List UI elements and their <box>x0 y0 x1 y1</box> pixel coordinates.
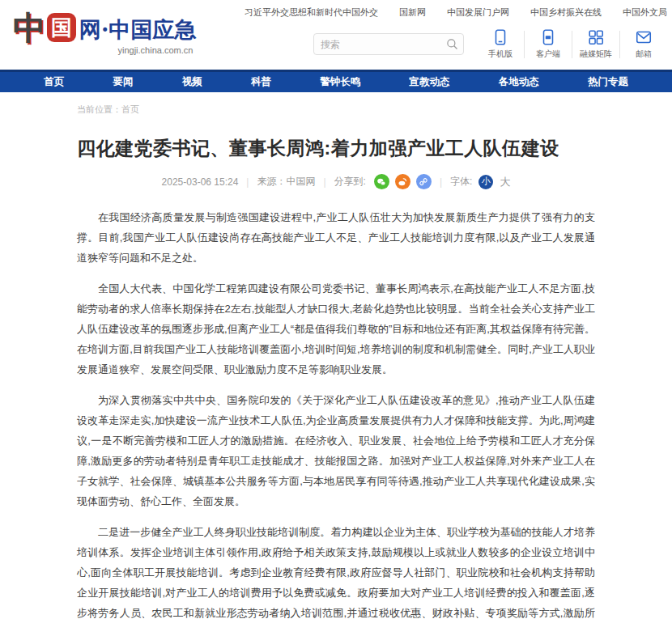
article-body: 在我国经济高质量发展与制造强国建设进程中,产业工人队伍壮大为加快发展新质生产力提… <box>77 207 595 619</box>
nav-item-topics[interactable]: 热门专题 <box>588 75 628 89</box>
nav-item-home[interactable]: 首页 <box>44 75 64 89</box>
search-input[interactable] <box>321 39 446 50</box>
quick-link-mail[interactable]: 邮箱 <box>620 28 667 60</box>
quick-link-label: 客户端 <box>536 49 560 60</box>
nav-item-science[interactable]: 科普 <box>251 75 271 89</box>
breadcrumb: 当前位置：首页 <box>77 104 672 116</box>
share-wechat-icon[interactable] <box>374 174 389 189</box>
divider: | <box>246 176 249 188</box>
nav-item-alarm[interactable]: 警钟长鸣 <box>320 75 360 89</box>
quick-link-app[interactable]: 客户端 <box>525 28 572 60</box>
nav-item-news[interactable]: 要闻 <box>113 75 133 89</box>
logo-guo-badge: 国 <box>47 13 76 42</box>
matrix-grid-icon <box>587 28 605 46</box>
divider: | <box>440 176 442 188</box>
page-title: 四化建党委书记、董事长周鸿:着力加强产业工人队伍建设 <box>77 135 595 161</box>
quick-link-mobile[interactable]: 手机版 <box>477 28 524 60</box>
article-paragraph: 为深入贯彻落实中共中央、国务院印发的《关于深化产业工人队伍建设改革的意见》,推动… <box>77 390 595 511</box>
article-source: 来源：中国网 <box>257 175 315 189</box>
top-link-dev-portal[interactable]: 中国发展门户网 <box>447 6 509 19</box>
site-header: 中 国 网·中国应急 yingji.china.com.cn 习近平外交思想和新… <box>0 0 672 70</box>
mail-icon <box>635 28 653 46</box>
share-label: 分享到: <box>334 175 366 189</box>
nav-item-publicity[interactable]: 宣教动态 <box>409 75 449 89</box>
app-client-icon <box>539 28 557 46</box>
share-copylink-icon[interactable] <box>416 174 432 189</box>
quick-link-label: 邮箱 <box>636 49 652 60</box>
quick-link-matrix[interactable]: 融媒矩阵 <box>572 28 619 60</box>
article-paragraph: 全国人大代表、中国化学工程第四建设有限公司党委书记、董事长周鸿表示,在高技能产业… <box>77 278 595 379</box>
nav-item-local[interactable]: 各地动态 <box>499 75 539 89</box>
top-link-foreign-thought[interactable]: 习近平外交思想和新时代中国外交 <box>245 6 378 19</box>
quick-link-label: 手机版 <box>488 49 513 60</box>
font-smaller-button[interactable]: 小 <box>478 175 493 189</box>
top-link-guoxin[interactable]: 国新网 <box>399 6 426 19</box>
main-nav: 首页 要闻 视频 科普 警钟长鸣 宣教动态 各地动态 热门专题 <box>0 70 672 92</box>
article-paragraph: 在我国经济高质量发展与制造强国建设进程中,产业工人队伍壮大为加快发展新质生产力提… <box>77 207 595 268</box>
top-link-rural[interactable]: 中国乡村振兴在线 <box>530 6 602 19</box>
font-size-controls: 字体: 小 大 <box>450 175 510 189</box>
top-link-foreign-lang[interactable]: 中国外文局 <box>623 6 667 19</box>
share-weibo-icon[interactable] <box>395 174 410 189</box>
quick-links: 手机版 客户端 <box>477 28 667 60</box>
search-box <box>313 33 464 55</box>
article-date: 2025-03-06 15:24 <box>162 176 239 188</box>
nav-item-video[interactable]: 视频 <box>182 75 202 89</box>
quick-link-label: 融媒矩阵 <box>580 49 612 60</box>
article-meta: 2025-03-06 15:24 | 来源：中国网 | 分享到: <box>77 174 595 189</box>
share-buttons <box>374 174 432 189</box>
mobile-icon <box>491 28 509 46</box>
header-top-links: 习近平外交思想和新时代中国外交 国新网 中国发展门户网 中国乡村振兴在线 中国外… <box>165 6 667 19</box>
logo-zhong-glyph: 中 <box>13 11 42 44</box>
font-larger-button[interactable]: 大 <box>500 175 510 189</box>
breadcrumb-home-link[interactable]: 首页 <box>121 104 139 114</box>
article-container: 四化建党委书记、董事长周鸿:着力加强产业工人队伍建设 2025-03-06 15… <box>77 135 595 619</box>
font-label: 字体: <box>450 175 472 189</box>
search-icon[interactable] <box>446 38 458 50</box>
article-paragraph: 二是进一步健全产业工人终身职业技能培训制度。着力构建以企业为主体、职业学校为基础… <box>77 522 595 619</box>
breadcrumb-label: 当前位置： <box>77 104 121 114</box>
divider: | <box>323 176 325 188</box>
